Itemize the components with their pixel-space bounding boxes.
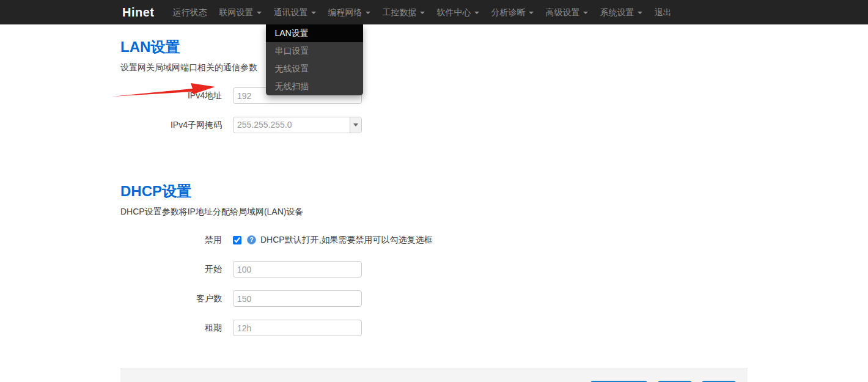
- dropdown-item-serial-settings[interactable]: 串口设置: [266, 42, 363, 60]
- dhcp-lease-row: 租期: [120, 320, 748, 336]
- ipv4-address-row: IPv4地址: [120, 87, 748, 104]
- dhcp-disable-label: 禁用: [120, 235, 233, 246]
- nav-item-system-settings[interactable]: 系统设置: [594, 0, 649, 24]
- nav-item-network-settings[interactable]: 联网设置: [213, 0, 268, 24]
- main-content: LAN设置 设置网关局域网端口相关的通信参数 IPv4地址 IPv4子网掩码 2…: [120, 24, 748, 382]
- dropdown-item-wireless-scan[interactable]: 无线扫描: [266, 78, 363, 95]
- page-actions-bar: 保存&应用 保存 复位: [120, 369, 748, 382]
- nav-item-industrial-data[interactable]: 工控数据: [377, 0, 431, 24]
- dropdown-item-wireless-settings[interactable]: 无线设置: [266, 60, 363, 78]
- dhcp-disable-help-text: DHCP默认打开,如果需要禁用可以勾选复选框: [260, 235, 433, 246]
- nav-item-programming-network[interactable]: 编程网络: [322, 0, 377, 24]
- caret-down-icon: [583, 12, 588, 14]
- ipv4-netmask-selected-value: 255.255.255.0: [234, 117, 350, 133]
- comm-settings-dropdown: LAN设置 串口设置 无线设置 无线扫描: [266, 24, 363, 95]
- lan-section-description: 设置网关局域网端口相关的通信参数: [120, 62, 748, 73]
- dhcp-section-title: DHCP设置: [120, 146, 748, 201]
- nav-item-analysis-diagnosis[interactable]: 分析诊断: [485, 0, 540, 24]
- dhcp-start-label: 开始: [120, 264, 233, 275]
- caret-down-icon: [257, 12, 262, 14]
- nav-item-advanced-settings[interactable]: 高级设置: [540, 0, 594, 24]
- dhcp-clients-input[interactable]: [233, 290, 362, 307]
- main-nav: 运行状态 联网设置 通讯设置 LAN设置 串口设置 无线设置 无线扫描 编程网络…: [167, 0, 678, 24]
- dropdown-item-lan-settings[interactable]: LAN设置: [266, 24, 363, 42]
- dhcp-clients-row: 客户数: [120, 290, 748, 307]
- help-icon: ?: [247, 235, 256, 244]
- top-navbar: Hinet 运行状态 联网设置 通讯设置 LAN设置 串口设置 无线设置 无线扫…: [0, 0, 868, 24]
- caret-down-icon: [311, 12, 316, 14]
- brand-logo[interactable]: Hinet: [122, 0, 155, 24]
- ipv4-netmask-row: IPv4子网掩码 255.255.255.0: [120, 117, 748, 133]
- nav-item-comm-settings[interactable]: 通讯设置 LAN设置 串口设置 无线设置 无线扫描: [268, 0, 322, 24]
- dhcp-disable-row: 禁用 ? DHCP默认打开,如果需要禁用可以勾选复选框: [120, 232, 748, 248]
- dhcp-section-description: DHCP设置参数将IP地址分配给局域网(LAN)设备: [120, 207, 748, 218]
- dhcp-lease-label: 租期: [120, 323, 233, 334]
- caret-down-icon: [366, 12, 370, 14]
- ipv4-netmask-select[interactable]: 255.255.255.0: [233, 117, 362, 133]
- caret-down-icon: [529, 12, 534, 14]
- dhcp-clients-label: 客户数: [120, 293, 233, 304]
- nav-item-software-center[interactable]: 软件中心: [431, 0, 485, 24]
- dhcp-disable-checkbox[interactable]: [233, 236, 241, 244]
- navbar-container: Hinet 运行状态 联网设置 通讯设置 LAN设置 串口设置 无线设置 无线扫…: [120, 0, 748, 24]
- ipv4-address-label: IPv4地址: [120, 90, 233, 101]
- select-arrow-button[interactable]: [350, 117, 361, 133]
- caret-down-icon: [474, 12, 479, 14]
- dhcp-start-input[interactable]: [233, 261, 362, 277]
- chevron-down-icon: [353, 123, 358, 127]
- lan-section-title: LAN设置: [120, 24, 748, 57]
- dhcp-lease-input[interactable]: [233, 320, 362, 336]
- dhcp-start-row: 开始: [120, 261, 748, 277]
- caret-down-icon: [420, 12, 425, 14]
- nav-item-logout[interactable]: 退出: [649, 0, 678, 24]
- caret-down-icon: [638, 12, 642, 14]
- ipv4-netmask-label: IPv4子网掩码: [120, 120, 233, 131]
- nav-item-run-status[interactable]: 运行状态: [167, 0, 213, 24]
